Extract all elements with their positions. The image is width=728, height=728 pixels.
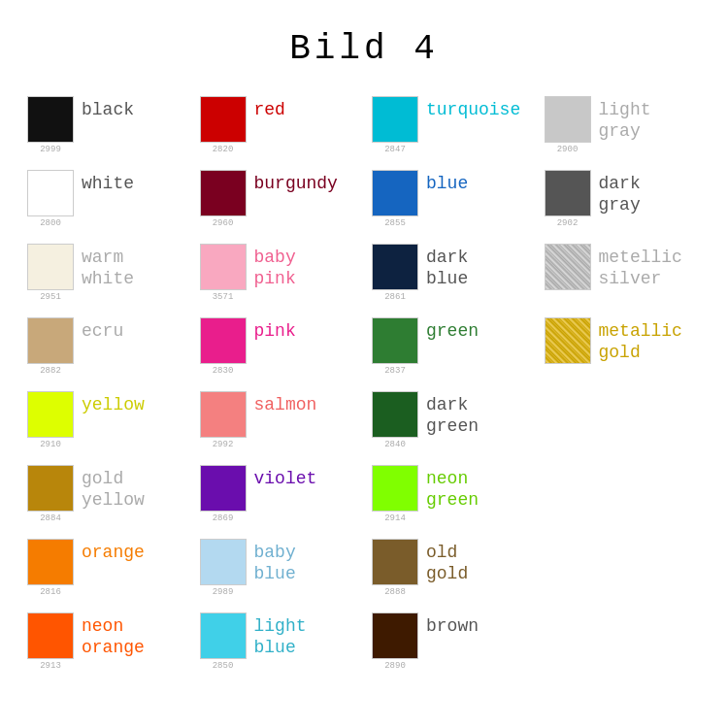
color-swatch	[545, 96, 591, 143]
swatch-wrap: 2816	[25, 539, 76, 597]
color-item: 2800 white	[19, 162, 192, 236]
color-code: 2989	[213, 587, 234, 597]
color-item: 2882 ecru	[19, 310, 192, 383]
swatch-wrap: 2890	[370, 612, 420, 671]
color-code: 2951	[40, 292, 61, 302]
color-item: metallicgold	[537, 310, 710, 383]
color-label: metallicgold	[599, 317, 682, 363]
color-swatch	[27, 539, 74, 585]
color-swatch	[27, 170, 74, 216]
color-item: 2884 goldyellow	[19, 457, 192, 531]
color-swatch	[200, 317, 247, 364]
color-label: warmwhite	[82, 244, 134, 289]
color-code: 2882	[40, 366, 61, 376]
color-item: 2869 violet	[192, 457, 365, 531]
color-item: 2902 darkgray	[537, 162, 710, 236]
color-label: green	[426, 317, 479, 343]
color-code: 2992	[213, 440, 234, 449]
color-code: 2890	[384, 661, 406, 671]
color-grid: 2999 black 2820 red 2847 turquoise 2900 …	[0, 88, 728, 678]
swatch-wrap: 2951	[25, 244, 76, 302]
color-swatch	[27, 244, 74, 290]
swatch-wrap: 2900	[543, 96, 593, 154]
swatch-wrap: 2830	[198, 317, 248, 376]
color-swatch	[372, 612, 418, 659]
color-swatch	[200, 391, 247, 438]
color-item	[537, 605, 710, 678]
color-code: 2914	[384, 513, 406, 523]
swatch-wrap: 2820	[198, 96, 248, 154]
swatch-wrap: 2850	[198, 612, 248, 671]
color-item: 2900 lightgray	[537, 88, 710, 162]
color-code: 2855	[384, 218, 406, 228]
swatch-wrap: 2837	[370, 317, 420, 376]
swatch-wrap	[543, 317, 593, 366]
swatch-wrap: 2960	[198, 170, 248, 228]
swatch-wrap	[543, 244, 593, 292]
color-item: 2992 salmon	[192, 383, 365, 457]
color-swatch	[372, 391, 418, 438]
color-swatch	[372, 170, 418, 216]
color-label: goldyellow	[82, 465, 145, 511]
color-code: 2847	[384, 145, 406, 154]
color-item: 2914 neongreen	[364, 457, 537, 531]
color-item: 2847 turquoise	[364, 88, 537, 162]
swatch-wrap: 2869	[198, 465, 248, 523]
color-label: darkblue	[426, 244, 468, 289]
swatch-wrap: 2800	[25, 170, 76, 228]
color-code: 2816	[40, 587, 61, 597]
color-label: lightgray	[599, 96, 651, 142]
color-item: 2888 oldgold	[364, 531, 537, 605]
color-swatch	[372, 539, 418, 585]
swatch-wrap: 2888	[370, 539, 420, 597]
color-code: 2900	[557, 145, 579, 154]
color-code: 2861	[384, 292, 406, 302]
swatch-wrap: 2913	[25, 612, 76, 671]
color-swatch	[200, 170, 247, 216]
swatch-wrap: 2840	[370, 391, 420, 449]
swatch-wrap: 2861	[370, 244, 420, 302]
color-swatch	[372, 244, 418, 290]
color-label: salmon	[254, 391, 317, 416]
color-swatch	[200, 465, 247, 512]
color-swatch	[545, 317, 591, 364]
color-swatch	[27, 96, 74, 143]
color-item: 2820 red	[192, 88, 365, 162]
color-label: darkgray	[599, 170, 641, 215]
color-swatch	[200, 96, 247, 143]
color-swatch	[372, 317, 418, 364]
color-label: burgundy	[254, 170, 338, 195]
swatch-wrap: 3571	[198, 244, 248, 302]
color-item: 2999 black	[19, 88, 192, 162]
color-label: violet	[254, 465, 317, 490]
color-label: turquoise	[426, 96, 520, 121]
color-item: 2861 darkblue	[364, 236, 537, 310]
color-code: 2999	[40, 145, 61, 154]
color-swatch	[27, 465, 74, 512]
color-swatch	[200, 244, 247, 290]
color-label: pink	[254, 317, 296, 343]
color-swatch	[200, 539, 247, 585]
color-swatch	[545, 244, 591, 290]
color-item: 2850 lightblue	[192, 605, 365, 678]
color-swatch	[27, 612, 74, 659]
color-swatch	[372, 465, 418, 512]
color-label: white	[82, 170, 134, 195]
color-label: black	[82, 96, 134, 121]
color-code: 2840	[384, 440, 406, 449]
color-label: neongreen	[426, 465, 479, 511]
color-item: 2960 burgundy	[192, 162, 365, 236]
color-item: 2989 babyblue	[192, 531, 365, 605]
color-item: 2830 pink	[192, 310, 365, 383]
color-code: 2888	[384, 587, 406, 597]
swatch-wrap: 2884	[25, 465, 76, 523]
color-label: neonorange	[82, 612, 145, 658]
swatch-wrap: 2914	[370, 465, 420, 523]
swatch-wrap: 2855	[370, 170, 420, 228]
color-item: 2855 blue	[364, 162, 537, 236]
color-code: 2850	[213, 661, 234, 671]
swatch-wrap: 2910	[25, 391, 76, 449]
color-item: 2910 yellow	[19, 383, 192, 457]
color-label: red	[254, 96, 285, 121]
color-swatch	[545, 170, 591, 216]
